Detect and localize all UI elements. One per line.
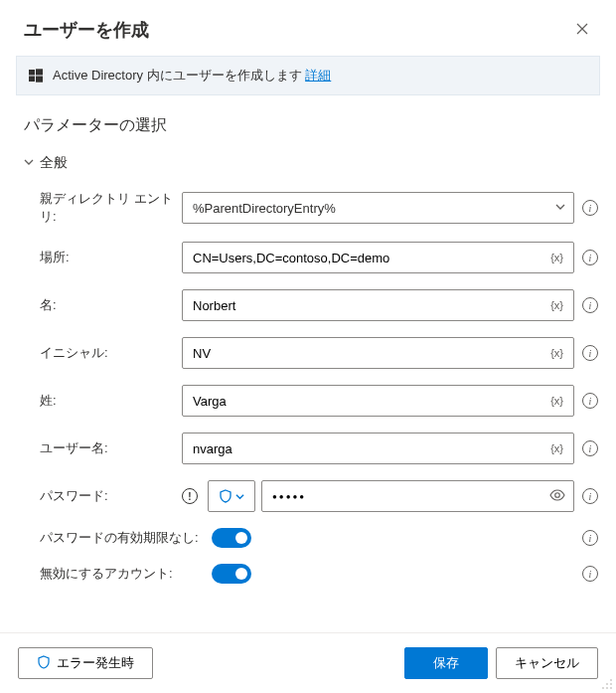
info-icon[interactable]: i [582, 345, 598, 361]
password-mode-button[interactable] [208, 480, 255, 512]
input-password[interactable] [272, 492, 549, 501]
banner-text: Active Directory 内にユーザーを作成します [53, 68, 302, 83]
label-user-name: ユーザー名: [18, 439, 182, 457]
row-parent-directory: 親ディレクトリ エントリ: %ParentDirectoryEntry% i [18, 182, 598, 234]
label-location: 場所: [18, 249, 182, 266]
input-initials[interactable] [193, 346, 548, 361]
toggle-pwd-never-expires[interactable] [212, 528, 251, 548]
label-pwd-never-expires: パスワードの有効期限なし: [18, 529, 212, 547]
row-pwd-never-expires: パスワードの有効期限なし: i [18, 520, 598, 556]
info-icon[interactable]: i [582, 566, 598, 582]
svg-point-4 [555, 492, 560, 497]
dialog-header: ユーザーを作成 [0, 0, 616, 56]
svg-rect-1 [36, 69, 43, 75]
info-banner: Active Directory 内にユーザーを作成します 詳細 [16, 56, 600, 95]
input-last-name[interactable] [193, 394, 548, 409]
chevron-down-icon [24, 157, 34, 169]
chevron-down-icon [235, 489, 244, 504]
group-label: 全般 [40, 154, 68, 172]
label-first-name: 名: [18, 296, 182, 314]
close-icon [576, 23, 588, 35]
label-last-name: 姓: [18, 392, 182, 410]
variable-icon[interactable]: {x} [548, 346, 565, 360]
toggle-disabled-account[interactable] [212, 564, 251, 584]
info-icon[interactable]: i [582, 530, 598, 546]
variable-icon[interactable]: {x} [548, 298, 565, 312]
section-title: パラメーターの選択 [0, 95, 616, 146]
eye-icon[interactable] [549, 487, 565, 506]
row-password: パスワード: ! [18, 472, 598, 520]
label-parent-directory: 親ディレクトリ エントリ: [18, 190, 182, 226]
info-icon[interactable]: i [582, 200, 598, 216]
svg-rect-3 [36, 77, 43, 83]
row-location: 場所: {x} i [18, 234, 598, 281]
shield-outline-icon [37, 655, 51, 672]
variable-icon[interactable]: {x} [548, 251, 565, 264]
input-user-name[interactable] [193, 441, 548, 456]
select-parent-directory[interactable]: %ParentDirectoryEntry% [182, 192, 574, 224]
row-disabled-account: 無効にするアカウント: i [18, 556, 598, 592]
shield-icon [219, 489, 232, 503]
input-location[interactable] [193, 251, 548, 265]
svg-rect-0 [29, 70, 35, 76]
on-error-button[interactable]: エラー発生時 [18, 647, 153, 679]
save-button[interactable]: 保存 [404, 647, 488, 679]
variable-icon[interactable]: {x} [548, 394, 565, 408]
info-icon[interactable]: i [582, 440, 598, 456]
warning-icon[interactable]: ! [182, 488, 198, 504]
dialog-title: ユーザーを作成 [24, 18, 149, 42]
group-header-general[interactable]: 全般 [0, 146, 616, 182]
row-last-name: 姓: {x} i [18, 377, 598, 425]
label-password: パスワード: [18, 487, 182, 505]
row-initials: イニシャル: {x} i [18, 329, 598, 377]
close-button[interactable] [572, 18, 592, 42]
banner-link[interactable]: 詳細 [305, 68, 331, 83]
info-icon[interactable]: i [582, 250, 598, 265]
label-initials: イニシャル: [18, 344, 182, 362]
info-icon[interactable]: i [582, 393, 598, 409]
info-icon[interactable]: i [582, 297, 598, 313]
chevron-down-icon [549, 202, 565, 214]
info-icon[interactable]: i [582, 488, 598, 504]
label-disabled-account: 無効にするアカウント: [18, 565, 212, 583]
form-area: 親ディレクトリ エントリ: %ParentDirectoryEntry% i 場… [0, 182, 616, 632]
dialog-footer: エラー発生時 保存 キャンセル [0, 632, 616, 693]
svg-rect-2 [29, 77, 35, 83]
input-first-name[interactable] [193, 298, 548, 313]
row-first-name: 名: {x} i [18, 281, 598, 329]
row-user-name: ユーザー名: {x} i [18, 425, 598, 472]
variable-icon[interactable]: {x} [548, 441, 565, 455]
windows-icon [29, 69, 43, 83]
cancel-button[interactable]: キャンセル [496, 647, 598, 679]
